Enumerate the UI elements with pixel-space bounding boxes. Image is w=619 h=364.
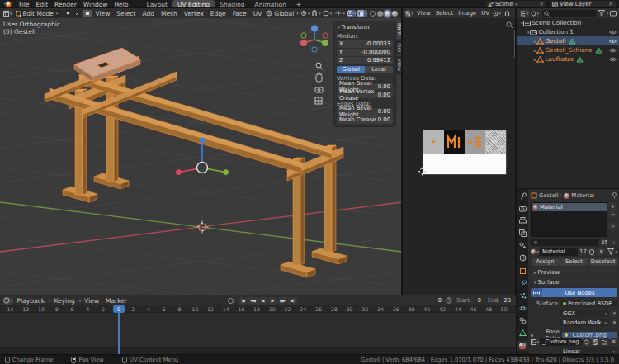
eye-icon[interactable] [609, 57, 617, 62]
outliner-search-input[interactable] [542, 10, 596, 17]
editor-type-icon[interactable]: ▾ [520, 10, 529, 17]
jump-to-end-button[interactable]: ▶| [288, 297, 297, 305]
proportional-edit-icon[interactable]: ▾ [323, 10, 333, 17]
users-count-button[interactable]: 17 [579, 248, 587, 256]
tab-modifiers[interactable] [517, 278, 528, 289]
section-preview[interactable]: ▸Preview [531, 268, 617, 277]
pin-icon[interactable] [612, 192, 617, 199]
menu-item-select[interactable]: Select [433, 10, 456, 17]
menu-item-render[interactable]: Render [51, 1, 80, 8]
menu-item-add[interactable]: Add [139, 10, 158, 17]
menu-item-edit[interactable]: Edit [33, 1, 52, 8]
tab-render[interactable] [517, 203, 528, 214]
open-folder-icon[interactable] [601, 338, 609, 346]
menu-item-mesh[interactable]: Mesh [158, 10, 181, 17]
browse-material-button[interactable]: ▾ [531, 248, 539, 256]
menu-item-window[interactable]: Window [80, 1, 111, 8]
sort-alpha-button[interactable] [600, 239, 608, 246]
new-collection-icon[interactable] [610, 10, 617, 17]
playhead-current-frame[interactable]: 0 [113, 305, 125, 313]
play-reverse-button[interactable]: ◀ [258, 297, 267, 305]
menu-item-vertex[interactable]: Vertex [181, 10, 207, 17]
editor-type-icon[interactable]: ▾ [3, 10, 12, 17]
animate-property-button[interactable] [611, 310, 617, 317]
breadcrumb-material[interactable]: Material [571, 192, 594, 199]
list-filter-input[interactable]: ≡ [531, 239, 598, 246]
play-button[interactable]: ▶ [268, 297, 277, 305]
section-surface[interactable]: ▾Surface [531, 278, 617, 286]
zoom-icon[interactable] [316, 63, 324, 70]
outliner-row-scene-collection[interactable]: ▾ Scene Collection [517, 18, 619, 27]
eye-icon[interactable] [609, 30, 617, 35]
tab-constraints[interactable] [517, 315, 528, 326]
menu-item-uv[interactable]: UV [479, 10, 492, 17]
menu-item-file[interactable]: File [16, 1, 33, 8]
model-gestell[interactable] [45, 48, 347, 277]
assign-button[interactable]: Assign [532, 258, 560, 266]
pivot-point-icon[interactable]: ▾ [493, 10, 501, 17]
view-layer-selector[interactable]: View Layer ✕ [550, 1, 616, 7]
viewport-canvas[interactable]: User Orthographic (0) Gestell ▾Transform… [0, 18, 402, 295]
current-frame-field[interactable]: 0 [403, 297, 444, 305]
shading-solid-button[interactable] [377, 11, 383, 17]
menu-item-select[interactable]: Select [113, 10, 139, 17]
jump-to-start-button[interactable]: |◀ [239, 297, 248, 305]
workspace-tab-shading[interactable]: Shading [215, 0, 249, 8]
breadcrumb-object[interactable]: Gestell [539, 192, 559, 199]
unlink-button[interactable]: ✕ [597, 248, 605, 256]
uv-canvas[interactable] [403, 18, 517, 295]
unlink-button[interactable]: ✕ [610, 338, 618, 346]
menu-item-uv[interactable]: UV [250, 10, 266, 17]
colorspace-field[interactable]: Linear▾ [560, 347, 617, 354]
frame-start-field[interactable]: Start0 [454, 297, 484, 305]
preview-range-clock-icon[interactable] [446, 297, 452, 304]
tab-output[interactable] [517, 215, 528, 226]
menu-item-marker[interactable]: Marker [102, 297, 130, 305]
menu-item-view[interactable]: View [414, 10, 433, 17]
material-slot-active[interactable]: Material [532, 203, 607, 211]
space-toggle-local[interactable]: Local [365, 66, 393, 73]
side-tab-item[interactable]: Item [396, 21, 402, 38]
mean-crease-field[interactable]: Mean Crease0.00 [337, 116, 393, 124]
workspace-tab-animation[interactable]: Animation [250, 0, 291, 8]
use-nodes-button[interactable]: Use Nodes [542, 288, 617, 297]
select-button[interactable]: Select [560, 258, 588, 266]
browse-image-button[interactable]: ▾ [531, 338, 539, 346]
prev-keyframe-button[interactable]: ◀◀ [248, 297, 258, 305]
select-mode-edge-button[interactable] [73, 10, 82, 17]
menu-item-keying[interactable]: Keying [51, 297, 78, 305]
tab-physics[interactable] [517, 303, 528, 314]
outliner-row-gestell-schiene[interactable]: ▸ Gestell_Schiene [517, 45, 619, 54]
tab-object-data[interactable] [517, 328, 528, 338]
axis-field-y[interactable]: Y-0.000000 [337, 49, 393, 56]
uv-image[interactable] [423, 130, 506, 174]
filter-funnel-icon[interactable] [598, 10, 605, 17]
add-slot-button[interactable]: + [608, 202, 617, 210]
side-tab-view[interactable]: View [396, 56, 402, 73]
tab-view-layer[interactable] [517, 228, 528, 239]
fake-user-shield-button[interactable] [588, 248, 596, 256]
workspace-tab-layout[interactable]: Layout [141, 0, 172, 8]
overlays-icon[interactable]: ▾ [347, 10, 357, 17]
slot-specials-button[interactable]: ▾ [608, 222, 617, 229]
tab-object[interactable] [517, 266, 528, 277]
tab-tool[interactable] [517, 191, 528, 201]
datablock-name-field[interactable]: Material [540, 248, 578, 256]
outliner-row-laufkatze[interactable]: ▸ Laufkatze [517, 54, 619, 64]
shading-rendered-button[interactable] [392, 11, 398, 17]
menu-item-help[interactable]: Help [111, 1, 131, 8]
editor-type-icon[interactable]: ▾ [405, 10, 413, 17]
menu-item-edge[interactable]: Edge [207, 10, 229, 17]
scene-selector[interactable]: Scene ▾ ✕ [485, 1, 546, 7]
workspace-tab-uv-editing[interactable]: UV Editing [172, 0, 215, 8]
snap-magnet-icon[interactable]: ▾ [311, 10, 321, 17]
filter-funnel-icon[interactable] [607, 248, 614, 255]
workspace-add-button[interactable]: + [291, 0, 306, 8]
timeline-ruler[interactable]: -14 -12 -10 -8 -6 -4 -2 0 2 4 6 8 10 12 … [0, 305, 516, 313]
select-mode-vertex-button[interactable] [63, 10, 72, 17]
editor-type-icon[interactable]: ▾ [3, 297, 13, 305]
space-toggle-global[interactable]: Global [337, 66, 365, 73]
select-mode-face-button[interactable] [83, 10, 92, 17]
frame-end-field[interactable]: End23 [485, 297, 513, 305]
material-slot-list[interactable]: Material [531, 202, 607, 237]
